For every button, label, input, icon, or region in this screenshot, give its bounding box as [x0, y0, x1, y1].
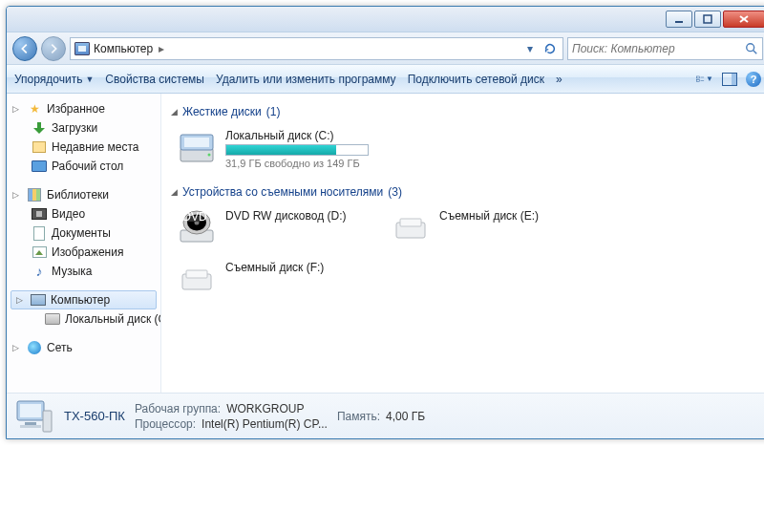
explorer-window: Компьютер ▸ ▾ Упорядочить▼ Свойства сист… — [6, 6, 764, 439]
drive-free-space: 31,9 ГБ свободно из 149 ГБ — [225, 158, 369, 169]
computer-icon — [31, 294, 46, 306]
tree-head-libraries[interactable]: ▷ Библиотеки — [11, 185, 157, 204]
tree-item-local-disk-c[interactable]: Локальный диск (C: — [11, 309, 157, 329]
maximize-button[interactable] — [694, 11, 721, 28]
drive-local-c[interactable]: Локальный диск (C:) 31,9 ГБ свободно из … — [175, 126, 375, 172]
preview-pane-button[interactable] — [721, 71, 738, 88]
search-box[interactable] — [567, 37, 763, 60]
computer-icon — [74, 42, 90, 55]
label-memory: Память: — [337, 410, 380, 423]
removable-drive-icon — [392, 209, 430, 247]
music-icon: ♪ — [32, 264, 47, 279]
svg-rect-1 — [704, 15, 711, 23]
address-dropdown-button[interactable]: ▾ — [521, 40, 539, 57]
back-button[interactable] — [12, 36, 37, 61]
chevron-down-icon: ▼ — [85, 74, 94, 84]
uninstall-program-button[interactable]: Удалить или изменить программу — [216, 73, 396, 86]
caret-icon: ▷ — [12, 104, 22, 114]
tree-head-network[interactable]: ▷ Сеть — [11, 338, 157, 357]
tree-label: Избранное — [47, 102, 105, 116]
svg-text:DVD: DVD — [182, 210, 207, 223]
content-pane: ◢ Жесткие диски (1) Локальный диск (C:) … — [161, 94, 764, 393]
desktop-icon — [32, 160, 47, 172]
help-button[interactable]: ? — [746, 72, 761, 87]
svg-point-15 — [208, 154, 211, 157]
caret-icon: ▷ — [12, 190, 22, 200]
tree-label: Компьютер — [51, 293, 110, 307]
network-icon — [28, 341, 41, 354]
tree-item-videos[interactable]: Видео — [11, 204, 157, 223]
tree-computer: ▷ Компьютер Локальный диск (C: — [11, 290, 157, 329]
tree-favorites: ▷ ★ Избранное Загрузки Недавние места Ра… — [11, 99, 157, 176]
forward-button[interactable] — [41, 36, 66, 61]
value-memory: 4,00 ГБ — [386, 410, 425, 423]
search-input[interactable] — [572, 42, 745, 55]
recent-icon — [32, 141, 46, 153]
svg-rect-25 — [186, 270, 207, 278]
svg-line-5 — [753, 50, 757, 53]
drive-label: Локальный диск (C:) — [225, 129, 369, 142]
svg-rect-7 — [697, 79, 700, 81]
removable-drive-icon — [178, 261, 216, 299]
tree-item-documents[interactable]: Документы — [11, 223, 157, 243]
body: ▷ ★ Избранное Загрузки Недавние места Ра… — [7, 94, 764, 393]
svg-rect-28 — [25, 422, 36, 425]
tree-item-music[interactable]: ♪Музыка — [11, 262, 157, 281]
tree-label: Библиотеки — [47, 188, 109, 202]
collapse-icon: ◢ — [171, 187, 178, 197]
drive-removable-f[interactable]: Съемный диск (F:) — [175, 258, 375, 302]
map-network-drive-button[interactable]: Подключить сетевой диск — [408, 73, 544, 86]
tree-item-downloads[interactable]: Загрузки — [11, 118, 157, 138]
hdd-icon — [45, 313, 60, 325]
group-header-hdd[interactable]: ◢ Жесткие диски (1) — [171, 105, 759, 118]
organize-menu[interactable]: Упорядочить▼ — [14, 73, 94, 86]
svg-rect-23 — [400, 219, 421, 226]
dvd-drive-icon: DVD — [178, 209, 216, 247]
computer-large-icon — [14, 397, 54, 436]
details-pane: ТХ-560-ПК Рабочая группа:WORKGROUP Проце… — [7, 393, 764, 438]
drive-label: DVD RW дисковод (D:) — [225, 209, 347, 223]
svg-point-4 — [747, 43, 754, 51]
svg-rect-6 — [697, 75, 700, 77]
search-icon — [745, 42, 758, 55]
minimize-button[interactable] — [666, 11, 692, 28]
document-icon — [33, 226, 45, 241]
svg-rect-30 — [43, 411, 52, 432]
caret-icon: ▷ — [12, 343, 22, 352]
group-header-removable[interactable]: ◢ Устройства со съемными носителями (3) — [171, 185, 759, 199]
close-button[interactable] — [723, 11, 764, 28]
drive-dvd-d[interactable]: DVD DVD RW дисковод (D:) — [175, 206, 375, 250]
hdd-drive-icon — [178, 129, 216, 167]
tree-item-pictures[interactable]: Изображения — [11, 243, 157, 262]
tree-libraries: ▷ Библиотеки Видео Документы Изображения… — [11, 185, 157, 281]
tree-head-favorites[interactable]: ▷ ★ Избранное — [11, 99, 157, 118]
drive-label: Съемный диск (F:) — [225, 261, 324, 274]
libraries-icon — [28, 188, 41, 202]
svg-rect-14 — [184, 138, 209, 147]
breadcrumb-separator-icon[interactable]: ▸ — [157, 42, 166, 55]
titlebar[interactable] — [7, 7, 764, 32]
drive-label: Съемный диск (E:) — [439, 209, 539, 223]
picture-icon — [32, 246, 47, 258]
collapse-icon: ◢ — [171, 107, 178, 117]
system-properties-button[interactable]: Свойства системы — [105, 73, 204, 86]
details-computer-name: ТХ-560-ПК — [64, 409, 125, 423]
tree-item-desktop[interactable]: Рабочий стол — [11, 157, 157, 176]
value-cpu: Intel(R) Pentium(R) CP... — [202, 417, 328, 431]
video-icon — [32, 208, 47, 220]
address-bar[interactable]: Компьютер ▸ ▾ — [70, 37, 563, 60]
refresh-button[interactable] — [541, 40, 559, 57]
tree-item-computer[interactable]: ▷ Компьютер — [11, 290, 157, 309]
group-removable-items: DVD DVD RW дисковод (D:) Съемный диск (E… — [171, 206, 759, 302]
drive-removable-e[interactable]: Съемный диск (E:) — [389, 206, 589, 250]
group-hdd-items: Локальный диск (C:) 31,9 ГБ свободно из … — [171, 126, 759, 172]
value-workgroup: WORKGROUP — [226, 402, 304, 415]
breadcrumb-computer[interactable]: Компьютер — [94, 42, 153, 55]
drive-usage-bar — [225, 144, 369, 156]
view-options-button[interactable]: ▼ — [696, 71, 713, 88]
nav-pane: ▷ ★ Избранное Загрузки Недавние места Ра… — [7, 94, 161, 393]
tree-item-recent[interactable]: Недавние места — [11, 138, 157, 157]
svg-rect-11 — [732, 74, 736, 85]
toolbar-overflow-button[interactable]: » — [556, 73, 562, 86]
tree-label: Сеть — [47, 341, 73, 354]
